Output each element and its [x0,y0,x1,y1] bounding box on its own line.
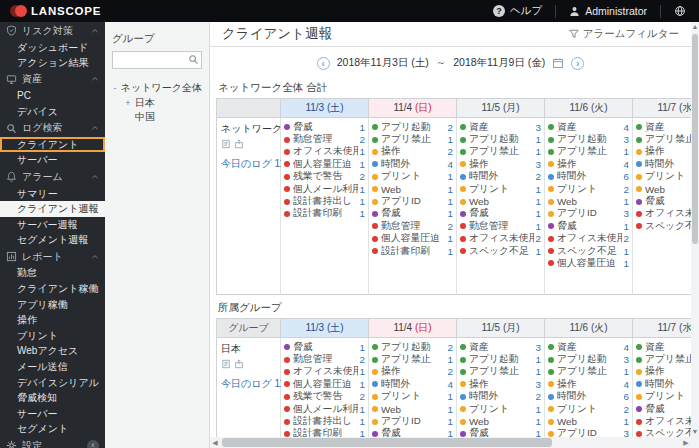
alarm-item[interactable]: 勤怠管理1 [460,220,541,232]
sidebar-item[interactable]: セグメント週報 [0,232,105,248]
sidebar-item[interactable]: サーバー週報 [0,217,105,233]
alarm-item[interactable]: 勤怠管理2 [284,133,365,145]
sidebar-item[interactable]: プリント [0,328,105,344]
alarm-item[interactable]: 設計書印刷1 [372,245,453,257]
alarm-item[interactable]: アプリID3 [548,208,629,220]
tree-expander-icon[interactable]: + [124,98,132,108]
alarm-item[interactable]: 脅威1 [460,208,541,220]
alarm-item[interactable]: オフィス未使用2 [460,233,541,245]
alarm-item[interactable]: 時間外 [636,378,691,390]
alarm-item[interactable]: 操作 [636,366,691,378]
alarm-item[interactable]: アプリ禁止1 [372,353,453,365]
alarm-item[interactable]: プリント1 [372,171,453,183]
tree-node[interactable]: -ネットワーク全体 [112,81,202,96]
alarm-item[interactable]: オフィス未使用2 [548,233,629,245]
alarm-item[interactable]: アプリID1 [372,195,453,207]
alarm-item[interactable]: オフィス未使用1 [284,366,365,378]
sidebar-section-logsearch[interactable]: ログ検索 [0,119,105,137]
today-log-link[interactable]: 今日のログ 11/9 (金) [221,157,276,171]
date-header-cell[interactable]: 11/6 (火) [545,99,633,118]
tree-expander-icon[interactable]: - [112,83,118,93]
alarm-item[interactable]: 時間外2 [460,171,541,183]
alarm-item[interactable]: 操作4 [548,378,629,390]
alarm-item[interactable]: 時間外6 [548,171,629,183]
date-header-cell[interactable]: 11/5 (月) [457,99,545,118]
alarm-item[interactable]: 時間外4 [372,378,453,390]
alarm-item[interactable]: 脅威1 [372,208,453,220]
alarm-item[interactable]: Web [636,183,691,195]
alarm-item[interactable]: アプリ起動2 [372,341,453,353]
sidebar-item[interactable]: クライアント週報 [0,201,105,217]
alarm-item[interactable]: 脅威 [636,403,691,415]
sidebar-section-alarm[interactable]: アラーム [0,168,105,186]
sidebar-item[interactable]: クライアント [0,137,105,153]
alarm-item[interactable]: 脅威1 [548,220,629,232]
alarm-item[interactable]: オフィス未使用 [636,415,691,427]
date-header-cell[interactable]: 11/5 (月) [457,319,545,338]
sidebar-item[interactable]: サマリー [0,186,105,202]
tree-node[interactable]: +日本 [112,96,202,111]
sidebar-item[interactable]: アプリ稼働 [0,297,105,313]
alarm-item[interactable]: アプリ起動2 [372,121,453,133]
alarm-item[interactable]: プリント1 [372,391,453,403]
alarm-item[interactable]: 時間外4 [372,158,453,170]
alarm-item[interactable]: 個人容量圧迫1 [284,378,365,390]
alarm-item[interactable]: Web1 [460,195,541,207]
sidebar-item[interactable]: Webアクセス [0,343,105,359]
today-log-link[interactable]: 今日のログ 11/9 (金) [221,377,276,391]
sidebar-collapse-button[interactable]: ‹ [87,440,99,448]
next-week-button[interactable]: › [571,57,584,70]
alarm-item[interactable]: 時間外 [636,158,691,170]
sidebar-item[interactable]: ダッシュボード [0,40,105,56]
alarm-item[interactable]: スペック不足1 [548,245,629,257]
alarm-item[interactable]: 脅威1 [284,341,365,353]
alarm-item[interactable]: 残業で警告2 [284,171,365,183]
alarm-item[interactable]: 操作2 [372,366,453,378]
date-header-cell[interactable]: 11/7 (水) [633,319,691,338]
calendar-icon[interactable] [552,57,564,69]
alarm-item[interactable]: Web1 [372,403,453,415]
alarm-item[interactable]: 勤怠管理2 [372,220,453,232]
alarm-item[interactable]: 設計書印刷1 [284,208,365,220]
alarm-item[interactable]: オフィス未使用1 [284,146,365,158]
alarm-item[interactable]: 操作4 [548,158,629,170]
alarm-item[interactable]: 脅威1 [284,121,365,133]
date-header-cell[interactable]: 11/3 (土) [281,319,369,338]
alarm-item[interactable]: アプリ禁止1 [460,146,541,158]
alarm-item[interactable]: 個人容量圧迫1 [372,233,453,245]
alarm-item[interactable]: プリント [636,391,691,403]
alarm-item[interactable]: Web1 [548,195,629,207]
vertical-scroll-thumb[interactable] [692,34,698,244]
alarm-item[interactable]: プリント1 [460,403,541,415]
sidebar-section-risk[interactable]: リスク対策 [0,22,105,40]
sidebar-item[interactable]: デバイス [0,104,105,120]
sidebar-item[interactable]: 脅威検知 [0,390,105,406]
alarm-item[interactable]: オフィス未使用 [636,208,691,220]
alarm-item[interactable]: プリント2 [548,403,629,415]
alarm-item[interactable]: Web1 [372,183,453,195]
alarm-item[interactable]: 個人メール利用1 [284,183,365,195]
alarm-item[interactable]: 操作2 [372,146,453,158]
alarm-item[interactable]: アプリID1 [372,415,453,427]
alarm-item[interactable]: プリント2 [548,183,629,195]
sidebar-item[interactable]: セグメント [0,421,105,437]
alarm-item[interactable]: アプリID3 [548,428,629,437]
alarm-item[interactable]: 時間外6 [548,391,629,403]
alarm-item[interactable]: 操作3 [460,378,541,390]
alarm-item[interactable]: 設計書持出し1 [284,195,365,207]
scroll-up-button[interactable]: ▲ [691,22,699,32]
scroll-right-button[interactable]: ▶ [681,437,691,448]
alarm-item[interactable]: 個人メール利用1 [284,403,365,415]
alarm-item[interactable]: アプリ起動1 [460,133,541,145]
alarm-item[interactable]: 残業で警告2 [284,391,365,403]
sidebar-item[interactable]: サーバー [0,406,105,422]
alarm-item[interactable]: 個人容量圧迫1 [284,158,365,170]
alarm-item[interactable]: 操作 [636,146,691,158]
alarm-item[interactable]: アプリ禁止1 [548,366,629,378]
sidebar-item[interactable]: サーバー [0,152,105,168]
sidebar-item[interactable]: デバイスシリアル [0,375,105,391]
alarm-item[interactable]: 設計書印刷1 [284,428,365,437]
scroll-down-button[interactable]: ▼ [691,427,699,437]
date-header-cell[interactable]: 11/4 (日) [369,99,457,118]
alarm-item[interactable]: 個人容量圧迫1 [548,257,629,269]
